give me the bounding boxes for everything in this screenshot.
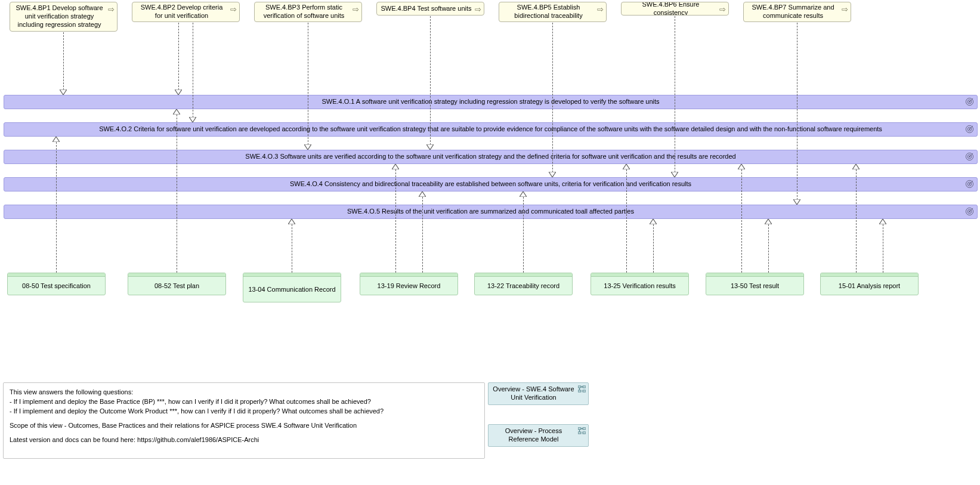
connector [552, 23, 553, 172]
svg-marker-35 [304, 144, 311, 150]
arrowhead-down-icon [793, 199, 800, 205]
wp-label: 13-25 Verification results [591, 277, 688, 295]
connector [292, 224, 292, 273]
outcome-bar-5[interactable]: SWE.4.O.5 Results of the unit verificati… [4, 205, 978, 219]
connector [193, 23, 193, 118]
bp-box-2[interactable]: ⇨ SWE.4.BP2 Develop criteria for unit ve… [132, 2, 240, 22]
arrowhead-up-icon [392, 164, 399, 169]
connector [523, 197, 524, 273]
bp-box-1[interactable]: ⇨ SWE.4.BP1 Develop software unit verifi… [10, 2, 118, 32]
bp-box-4[interactable]: ⇨ SWE.4.BP4 Test software units [376, 2, 484, 16]
bp-label: SWE.4.BP6 Ensure consistency [625, 5, 716, 13]
svg-rect-21 [583, 386, 586, 388]
wp-label: 13-04 Communication Record [243, 277, 341, 302]
wp-label: 13-50 Test result [706, 277, 803, 295]
arrowhead-up-icon [52, 137, 60, 142]
arrowhead-down-icon [60, 89, 67, 95]
connector [177, 115, 177, 273]
svg-marker-39 [793, 199, 800, 205]
arrowhead-up-icon [623, 164, 630, 169]
bp-label: SWE.4.BP1 Develop software unit verifica… [14, 5, 105, 29]
connector [63, 32, 64, 90]
view-label: Overview - SWE.4 Software Unit Verificat… [492, 385, 575, 402]
arrowhead-down-icon [304, 144, 311, 150]
wp-box-7[interactable]: 13-50 Test result [706, 273, 804, 295]
outcome-bar-1[interactable]: SWE.4.O.1 A software unit verification s… [4, 95, 978, 109]
arrow-icon: ⇨ [719, 5, 726, 14]
wp-box-3[interactable]: 13-04 Communication Record [243, 273, 341, 302]
bp-label: SWE.4.BP5 Establish bidirectional tracea… [503, 5, 594, 19]
arrow-icon: ⇨ [597, 5, 604, 14]
svg-rect-26 [578, 428, 581, 430]
outcome-bar-3[interactable]: SWE.4.O.3 Software units are verified ac… [4, 150, 978, 164]
bp-box-6[interactable]: ⇨ SWE.4.BP6 Ensure consistency [621, 2, 729, 16]
svg-rect-20 [578, 386, 581, 388]
svg-marker-42 [288, 219, 295, 224]
arrowhead-down-icon [175, 89, 182, 95]
connector [422, 197, 423, 273]
note-line: This view answers the following question… [10, 388, 478, 397]
bp-box-5[interactable]: ⇨ SWE.4.BP5 Establish bidirectional trac… [499, 2, 607, 22]
arrowhead-up-icon [520, 191, 527, 197]
connector [797, 23, 797, 200]
connector [653, 224, 654, 273]
wp-box-1[interactable]: 08-50 Test specification [7, 273, 106, 295]
connector [675, 16, 675, 172]
target-icon [965, 97, 974, 107]
wp-box-8[interactable]: 15-01 Analysis report [820, 273, 919, 295]
svg-marker-49 [765, 219, 772, 224]
arrow-icon: ⇨ [475, 5, 481, 14]
svg-marker-51 [879, 219, 886, 224]
wp-box-2[interactable]: 08-52 Test plan [128, 273, 226, 295]
view-icon [578, 427, 586, 436]
svg-marker-40 [52, 137, 60, 142]
bp-box-3[interactable]: ⇨ SWE.4.BP3 Perform static verification … [254, 2, 362, 22]
bp-label: SWE.4.BP3 Perform static verification of… [258, 5, 350, 19]
outcome-label: SWE.4.O.3 Software units are verified ac… [245, 153, 735, 160]
view-icon [578, 385, 586, 394]
wp-label: 08-50 Test specification [8, 277, 105, 295]
connector [178, 23, 179, 90]
wp-box-5[interactable]: 13-22 Traceability record [474, 273, 573, 295]
view-link-1[interactable]: Overview - SWE.4 Software Unit Verificat… [488, 382, 589, 405]
arrow-icon: ⇨ [353, 5, 359, 14]
bp-label: SWE.4.BP4 Test software units [381, 5, 472, 13]
view-link-2[interactable]: Overview - Process Reference Model [488, 424, 589, 447]
connector [741, 169, 742, 273]
view-label: Overview - Process Reference Model [492, 427, 575, 444]
arrowhead-down-icon [549, 172, 556, 177]
svg-marker-41 [173, 109, 180, 115]
note-line: Latest version and docs can be found her… [10, 435, 478, 445]
connector [768, 224, 769, 273]
arrowhead-down-icon [426, 144, 434, 150]
arrowhead-down-icon [189, 117, 196, 122]
arrowhead-up-icon [650, 219, 657, 224]
wp-label: 13-22 Traceability record [475, 277, 572, 295]
bp-box-7[interactable]: ⇨ SWE.4.BP7 Summarize and communicate re… [743, 2, 851, 22]
svg-marker-50 [852, 164, 860, 169]
svg-rect-23 [583, 390, 586, 392]
connector [856, 169, 857, 273]
connector [56, 142, 57, 273]
arrow-icon: ⇨ [842, 5, 848, 14]
svg-marker-43 [392, 164, 399, 169]
wp-box-4[interactable]: 13-19 Review Record [360, 273, 458, 295]
wp-box-6[interactable]: 13-25 Verification results [591, 273, 689, 295]
note-line: Scope of this view - Outcomes, Base Prac… [10, 421, 478, 431]
outcome-bar-4[interactable]: SWE.4.O.4 Consistency and bidirectional … [4, 177, 978, 191]
bp-label: SWE.4.BP2 Develop criteria for unit veri… [136, 5, 227, 19]
info-note: This view answers the following question… [3, 382, 485, 459]
connector [626, 169, 627, 273]
arrowhead-up-icon [852, 164, 860, 169]
arrowhead-up-icon [879, 219, 886, 224]
note-line: - If I implement and deploy the Outcome … [10, 407, 478, 416]
wp-label: 13-19 Review Record [360, 277, 457, 295]
svg-marker-37 [549, 172, 556, 177]
svg-marker-34 [189, 117, 196, 122]
svg-rect-27 [583, 428, 586, 430]
arrowhead-down-icon [671, 172, 678, 177]
svg-rect-29 [583, 432, 586, 434]
arrowhead-up-icon [419, 191, 426, 197]
outcome-label: SWE.4.O.1 A software unit verification s… [321, 98, 659, 106]
outcome-bar-2[interactable]: SWE.4.O.2 Criteria for software unit ver… [4, 122, 978, 137]
